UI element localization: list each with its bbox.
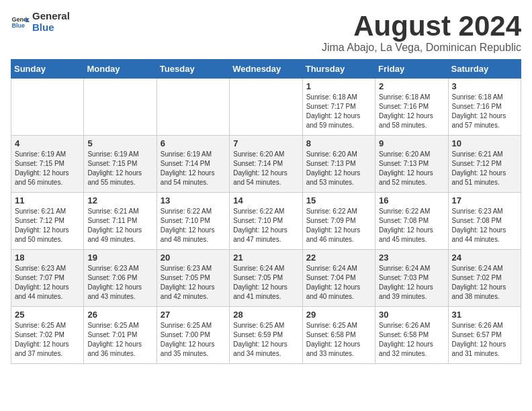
day-cell: 19Sunrise: 6:23 AM Sunset: 7:06 PM Dayli… (84, 250, 157, 307)
day-number: 20 (161, 253, 226, 263)
day-info: Sunrise: 6:24 AM Sunset: 7:02 PM Dayligh… (452, 264, 517, 302)
day-info: Sunrise: 6:21 AM Sunset: 7:12 PM Dayligh… (452, 150, 517, 187)
logo-blue: Blue (32, 22, 70, 34)
day-info: Sunrise: 6:26 AM Sunset: 6:57 PM Dayligh… (452, 321, 517, 359)
day-cell: 24Sunrise: 6:24 AM Sunset: 7:02 PM Dayli… (448, 250, 521, 307)
day-info: Sunrise: 6:20 AM Sunset: 7:13 PM Dayligh… (379, 150, 444, 187)
day-info: Sunrise: 6:21 AM Sunset: 7:11 PM Dayligh… (87, 207, 152, 244)
day-number: 21 (233, 253, 298, 263)
day-info: Sunrise: 6:25 AM Sunset: 7:00 PM Dayligh… (161, 321, 226, 359)
day-info: Sunrise: 6:22 AM Sunset: 7:09 PM Dayligh… (306, 207, 371, 244)
day-cell: 21Sunrise: 6:24 AM Sunset: 7:05 PM Dayli… (230, 250, 302, 307)
day-cell: 3Sunrise: 6:18 AM Sunset: 7:16 PM Daylig… (448, 79, 521, 136)
day-info: Sunrise: 6:19 AM Sunset: 7:15 PM Dayligh… (87, 150, 152, 187)
day-number: 13 (161, 195, 226, 205)
day-info: Sunrise: 6:23 AM Sunset: 7:05 PM Dayligh… (161, 264, 226, 302)
day-info: Sunrise: 6:23 AM Sunset: 7:08 PM Dayligh… (452, 207, 517, 244)
day-info: Sunrise: 6:18 AM Sunset: 7:16 PM Dayligh… (379, 93, 444, 130)
day-number: 24 (452, 253, 517, 263)
day-info: Sunrise: 6:25 AM Sunset: 7:01 PM Dayligh… (87, 321, 152, 359)
week-row-5: 25Sunrise: 6:25 AM Sunset: 7:02 PM Dayli… (11, 307, 521, 364)
day-number: 30 (379, 310, 444, 320)
day-number: 1 (306, 81, 371, 91)
calendar-body: 1Sunrise: 6:18 AM Sunset: 7:17 PM Daylig… (11, 79, 521, 364)
day-number: 6 (161, 138, 226, 148)
day-number: 27 (161, 310, 226, 320)
header-day-saturday: Saturday (448, 60, 521, 79)
day-info: Sunrise: 6:19 AM Sunset: 7:15 PM Dayligh… (15, 150, 80, 187)
week-row-1: 1Sunrise: 6:18 AM Sunset: 7:17 PM Daylig… (11, 79, 521, 136)
day-number: 29 (306, 310, 371, 320)
header-day-thursday: Thursday (302, 60, 375, 79)
day-number: 25 (15, 310, 80, 320)
header-row: SundayMondayTuesdayWednesdayThursdayFrid… (11, 60, 521, 79)
title-block: August 2024 Jima Abajo, La Vega, Dominic… (322, 11, 521, 54)
day-number: 4 (15, 138, 80, 148)
header-day-wednesday: Wednesday (230, 60, 302, 79)
day-cell: 20Sunrise: 6:23 AM Sunset: 7:05 PM Dayli… (157, 250, 229, 307)
day-cell: 25Sunrise: 6:25 AM Sunset: 7:02 PM Dayli… (11, 307, 84, 364)
day-number: 10 (452, 138, 517, 148)
day-cell: 8Sunrise: 6:20 AM Sunset: 7:13 PM Daylig… (302, 136, 375, 193)
day-info: Sunrise: 6:19 AM Sunset: 7:14 PM Dayligh… (161, 150, 226, 187)
day-number: 16 (379, 195, 444, 205)
calendar-table: SundayMondayTuesdayWednesdayThursdayFrid… (11, 59, 521, 364)
day-info: Sunrise: 6:20 AM Sunset: 7:14 PM Dayligh… (233, 150, 298, 187)
day-number: 19 (87, 253, 152, 263)
day-info: Sunrise: 6:24 AM Sunset: 7:04 PM Dayligh… (306, 264, 371, 302)
day-cell: 10Sunrise: 6:21 AM Sunset: 7:12 PM Dayli… (448, 136, 521, 193)
day-number: 14 (233, 195, 298, 205)
main-title: August 2024 (322, 11, 521, 42)
day-number: 17 (452, 195, 517, 205)
day-cell: 6Sunrise: 6:19 AM Sunset: 7:14 PM Daylig… (157, 136, 229, 193)
day-cell: 12Sunrise: 6:21 AM Sunset: 7:11 PM Dayli… (84, 193, 157, 250)
header-day-sunday: Sunday (11, 60, 84, 79)
day-info: Sunrise: 6:25 AM Sunset: 6:58 PM Dayligh… (306, 321, 371, 359)
day-number: 31 (452, 310, 517, 320)
header-day-friday: Friday (375, 60, 448, 79)
day-cell: 1Sunrise: 6:18 AM Sunset: 7:17 PM Daylig… (302, 79, 375, 136)
header-day-tuesday: Tuesday (157, 60, 229, 79)
day-number: 5 (87, 138, 152, 148)
day-number: 12 (87, 195, 152, 205)
logo: General Blue General Blue (11, 11, 70, 33)
day-cell: 2Sunrise: 6:18 AM Sunset: 7:16 PM Daylig… (375, 79, 448, 136)
day-cell: 28Sunrise: 6:25 AM Sunset: 6:59 PM Dayli… (230, 307, 302, 364)
day-info: Sunrise: 6:22 AM Sunset: 7:08 PM Dayligh… (379, 207, 444, 244)
header: General Blue General Blue August 2024 Ji… (11, 11, 521, 54)
day-cell (84, 79, 157, 136)
day-cell: 4Sunrise: 6:19 AM Sunset: 7:15 PM Daylig… (11, 136, 84, 193)
day-cell: 29Sunrise: 6:25 AM Sunset: 6:58 PM Dayli… (302, 307, 375, 364)
day-cell (11, 79, 84, 136)
day-number: 26 (87, 310, 152, 320)
week-row-4: 18Sunrise: 6:23 AM Sunset: 7:07 PM Dayli… (11, 250, 521, 307)
day-info: Sunrise: 6:24 AM Sunset: 7:03 PM Dayligh… (379, 264, 444, 302)
day-cell: 15Sunrise: 6:22 AM Sunset: 7:09 PM Dayli… (302, 193, 375, 250)
day-number: 9 (379, 138, 444, 148)
day-info: Sunrise: 6:18 AM Sunset: 7:16 PM Dayligh… (452, 93, 517, 130)
day-cell (157, 79, 229, 136)
logo-icon: General Blue (11, 13, 30, 32)
day-number: 11 (15, 195, 80, 205)
day-cell: 26Sunrise: 6:25 AM Sunset: 7:01 PM Dayli… (84, 307, 157, 364)
day-cell: 9Sunrise: 6:20 AM Sunset: 7:13 PM Daylig… (375, 136, 448, 193)
day-info: Sunrise: 6:25 AM Sunset: 7:02 PM Dayligh… (15, 321, 80, 359)
day-cell: 16Sunrise: 6:22 AM Sunset: 7:08 PM Dayli… (375, 193, 448, 250)
day-cell: 18Sunrise: 6:23 AM Sunset: 7:07 PM Dayli… (11, 250, 84, 307)
day-number: 2 (379, 81, 444, 91)
day-number: 18 (15, 253, 80, 263)
day-cell: 13Sunrise: 6:22 AM Sunset: 7:10 PM Dayli… (157, 193, 229, 250)
day-info: Sunrise: 6:23 AM Sunset: 7:06 PM Dayligh… (87, 264, 152, 302)
day-info: Sunrise: 6:21 AM Sunset: 7:12 PM Dayligh… (15, 207, 80, 244)
day-cell: 22Sunrise: 6:24 AM Sunset: 7:04 PM Dayli… (302, 250, 375, 307)
logo-general: General (32, 11, 70, 22)
day-cell: 5Sunrise: 6:19 AM Sunset: 7:15 PM Daylig… (84, 136, 157, 193)
day-info: Sunrise: 6:23 AM Sunset: 7:07 PM Dayligh… (15, 264, 80, 302)
day-cell: 27Sunrise: 6:25 AM Sunset: 7:00 PM Dayli… (157, 307, 229, 364)
day-cell: 31Sunrise: 6:26 AM Sunset: 6:57 PM Dayli… (448, 307, 521, 364)
day-info: Sunrise: 6:22 AM Sunset: 7:10 PM Dayligh… (233, 207, 298, 244)
day-number: 8 (306, 138, 371, 148)
day-info: Sunrise: 6:26 AM Sunset: 6:58 PM Dayligh… (379, 321, 444, 359)
day-number: 23 (379, 253, 444, 263)
day-info: Sunrise: 6:22 AM Sunset: 7:10 PM Dayligh… (161, 207, 226, 244)
